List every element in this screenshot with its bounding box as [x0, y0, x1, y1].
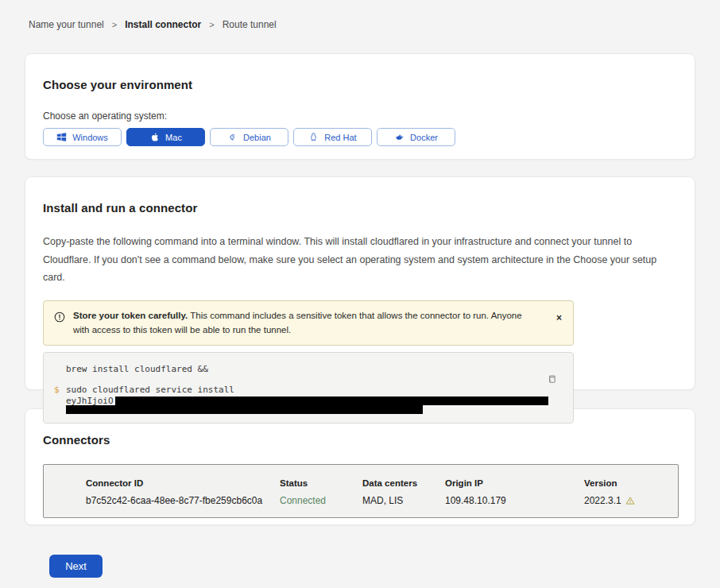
- token-warning-text: Store your token carefully. This command…: [73, 308, 540, 338]
- connectors-table: Connector ID Status Data centers Origin …: [43, 464, 679, 518]
- column-header-connector-id: Connector ID: [86, 478, 280, 488]
- version-value: 2022.3.1: [584, 495, 621, 506]
- os-button-label: Docker: [410, 133, 438, 142]
- status-badge: Connected: [280, 495, 362, 506]
- column-header-version: Version: [584, 478, 678, 488]
- windows-icon: [56, 132, 67, 142]
- token-warning-banner: Store your token carefully. This command…: [43, 300, 574, 346]
- token-warning-title: Store your token carefully.: [73, 311, 188, 320]
- breadcrumb-separator: >: [112, 20, 117, 29]
- column-header-origin-ip: Origin IP: [445, 478, 584, 488]
- data-centers-value: MAD, LIS: [362, 495, 445, 506]
- connectors-table-header: Connector ID Status Data centers Origin …: [86, 478, 678, 488]
- breadcrumb: Name your tunnel > Install connector > R…: [0, 0, 720, 30]
- close-icon[interactable]: ×: [556, 313, 562, 323]
- debian-icon: [227, 132, 238, 142]
- breadcrumb-name-your-tunnel[interactable]: Name your tunnel: [29, 19, 104, 30]
- install-connector-card: Install and run a connector Copy-paste t…: [25, 176, 695, 390]
- apple-icon: [149, 132, 160, 142]
- code-gutter: [54, 363, 66, 375]
- os-button-windows[interactable]: Windows: [43, 128, 122, 146]
- next-button[interactable]: Next: [49, 555, 103, 578]
- code-line-token: eyJhIjoiO: [54, 397, 562, 405]
- column-header-status: Status: [280, 478, 362, 488]
- breadcrumb-route-tunnel[interactable]: Route tunnel: [223, 19, 277, 30]
- os-button-docker[interactable]: Docker: [377, 128, 455, 146]
- origin-ip-value: 109.48.10.179: [445, 495, 584, 506]
- os-button-debian[interactable]: Debian: [210, 128, 288, 146]
- token-prefix: eyJhIjoiO: [66, 397, 114, 405]
- connector-table-row: b7c52c42-6caa-48ee-8c77-fbe259cb6c0a Con…: [86, 495, 678, 506]
- install-command-code-block: brew install cloudflared && $ sudo cloud…: [43, 352, 574, 424]
- code-line-1: brew install cloudflared &&: [54, 363, 562, 375]
- install-description: Copy-paste the following command into a …: [43, 233, 677, 287]
- breadcrumb-install-connector[interactable]: Install connector: [125, 19, 201, 30]
- os-button-label: Debian: [243, 133, 271, 142]
- install-connector-title: Install and run a connector: [43, 201, 677, 215]
- os-button-redhat[interactable]: Red Hat: [293, 128, 372, 146]
- redacted-token-bar: [115, 397, 548, 405]
- copy-icon[interactable]: [547, 374, 557, 385]
- code-command-service-install: sudo cloudflared service install: [66, 384, 234, 396]
- choose-environment-card: Choose your environment Choose an operat…: [25, 53, 695, 160]
- code-prompt: $: [54, 384, 66, 396]
- connectors-card: Connectors Connector ID Status Data cent…: [25, 408, 695, 525]
- warning-triangle-icon: [625, 496, 635, 505]
- breadcrumb-separator: >: [209, 20, 214, 29]
- os-button-label: Mac: [165, 133, 182, 142]
- info-circle-icon: [54, 311, 65, 323]
- choose-environment-title: Choose your environment: [43, 78, 677, 91]
- version-value-cell: 2022.3.1: [584, 495, 678, 506]
- redhat-icon: [308, 132, 319, 142]
- connector-id-value: b7c52c42-6caa-48ee-8c77-fbe259cb6c0a: [86, 495, 280, 506]
- code-command-brew: brew install cloudflared &&: [66, 363, 208, 375]
- os-button-mac[interactable]: Mac: [126, 128, 205, 146]
- code-line-2: $ sudo cloudflared service install: [54, 384, 562, 396]
- os-button-label: Windows: [72, 133, 108, 142]
- redacted-token-bar: [66, 405, 423, 414]
- os-button-group: Windows Mac Debian Red Hat: [43, 128, 677, 146]
- os-button-label: Red Hat: [324, 133, 356, 142]
- connectors-title: Connectors: [43, 433, 677, 447]
- os-select-label: Choose an operating system:: [43, 110, 677, 122]
- docker-icon: [394, 132, 405, 142]
- code-gutter: [54, 397, 66, 405]
- column-header-data-centers: Data centers: [362, 478, 445, 488]
